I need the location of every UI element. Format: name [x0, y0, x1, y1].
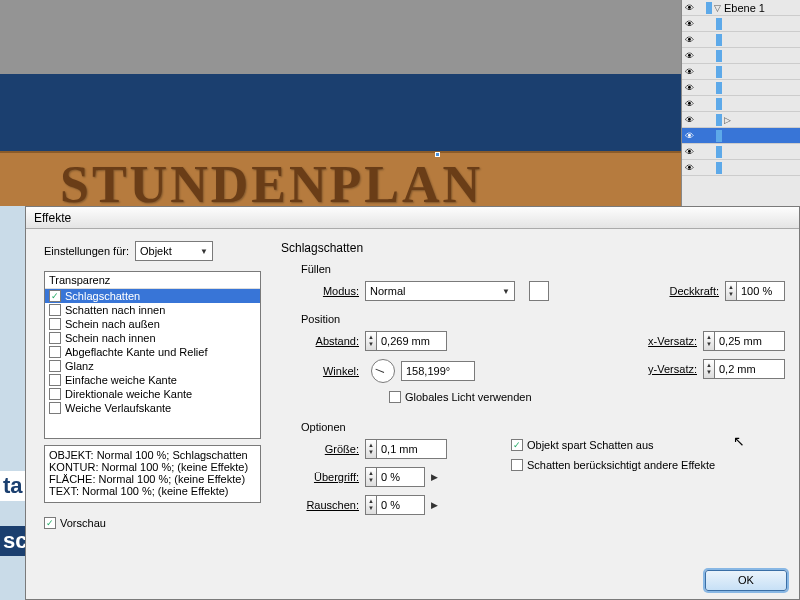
honors-checkbox[interactable]: [511, 459, 523, 471]
effect-item[interactable]: Glanz: [45, 359, 260, 373]
effect-checkbox[interactable]: ✓: [49, 290, 61, 302]
chevron-down-icon: ▼: [502, 287, 510, 296]
effect-item[interactable]: Schein nach innen: [45, 331, 260, 345]
visibility-eye-icon[interactable]: 👁: [682, 49, 696, 63]
angle-dial[interactable]: [371, 359, 395, 383]
spread-label: Übergriff:: [301, 471, 359, 483]
settings-for-value: Objekt: [140, 245, 172, 257]
layer-row[interactable]: 👁: [682, 16, 800, 32]
layer-color-chip: [716, 82, 722, 94]
xoffset-spinner[interactable]: ▲▼: [703, 331, 715, 351]
fill-group-label: Füllen: [301, 263, 789, 275]
visibility-eye-icon[interactable]: 👁: [682, 145, 696, 159]
effect-checkbox[interactable]: [49, 374, 61, 386]
effect-item[interactable]: Abgeflachte Kante und Relief: [45, 345, 260, 359]
effect-checkbox[interactable]: [49, 402, 61, 414]
ruler-side: ta sc: [0, 206, 25, 600]
layer-color-chip: [716, 18, 722, 30]
effect-label: Schein nach innen: [65, 332, 156, 344]
knockout-checkbox[interactable]: ✓: [511, 439, 523, 451]
visibility-eye-icon[interactable]: 👁: [682, 129, 696, 143]
shadow-color-swatch[interactable]: [529, 281, 549, 301]
effects-list[interactable]: Transparenz ✓SchlagschattenSchatten nach…: [44, 271, 261, 439]
effect-item[interactable]: Weiche Verlaufskante: [45, 401, 260, 415]
effect-checkbox[interactable]: [49, 360, 61, 372]
angle-input[interactable]: 158,199°: [401, 361, 475, 381]
distance-label: Abstand:: [301, 335, 359, 347]
visibility-eye-icon[interactable]: 👁: [682, 33, 696, 47]
layer-row[interactable]: 👁▷: [682, 112, 800, 128]
effect-label: Glanz: [65, 360, 94, 372]
effect-label: Direktionale weiche Kante: [65, 388, 192, 400]
layer-row[interactable]: 👁: [682, 160, 800, 176]
effect-label: Einfache weiche Kante: [65, 374, 177, 386]
effect-checkbox[interactable]: [49, 346, 61, 358]
yoffset-input[interactable]: 0,2 mm: [715, 359, 785, 379]
size-label: Größe:: [301, 443, 359, 455]
mode-value: Normal: [370, 285, 405, 297]
visibility-eye-icon[interactable]: 👁: [682, 65, 696, 79]
layer-row[interactable]: 👁: [682, 64, 800, 80]
effect-label: Weiche Verlaufskante: [65, 402, 171, 414]
effect-item[interactable]: Direktionale weiche Kante: [45, 387, 260, 401]
visibility-eye-icon[interactable]: 👁: [682, 17, 696, 31]
effect-item[interactable]: Einfache weiche Kante: [45, 373, 260, 387]
settings-for-combo[interactable]: Objekt ▼: [135, 241, 213, 261]
visibility-eye-icon[interactable]: 👁: [682, 161, 696, 175]
layer-color-chip: [716, 146, 722, 158]
effects-dialog: Effekte Einstellungen für: Objekt ▼ Tran…: [25, 206, 800, 600]
disclosure-arrow-icon[interactable]: ▷: [724, 115, 732, 125]
distance-spinner[interactable]: ▲▼: [365, 331, 377, 351]
layer-row[interactable]: 👁▽Ebene 1: [682, 0, 800, 16]
effects-summary: OBJEKT: Normal 100 %; SchlagschattenKONT…: [44, 445, 261, 503]
layer-row[interactable]: 👁: [682, 96, 800, 112]
layer-row[interactable]: 👁: [682, 80, 800, 96]
xoffset-input[interactable]: 0,25 mm: [715, 331, 785, 351]
settings-for-label: Einstellungen für:: [44, 245, 129, 257]
effect-checkbox[interactable]: [49, 318, 61, 330]
layer-row[interactable]: 👁: [682, 32, 800, 48]
opacity-input[interactable]: 100 %: [737, 281, 785, 301]
layer-row[interactable]: 👁: [682, 128, 800, 144]
size-spinner[interactable]: ▲▼: [365, 439, 377, 459]
size-input[interactable]: 0,1 mm: [377, 439, 447, 459]
disclosure-arrow-icon[interactable]: ▽: [714, 3, 722, 13]
effect-item[interactable]: Schatten nach innen: [45, 303, 260, 317]
visibility-eye-icon[interactable]: 👁: [682, 81, 696, 95]
spread-input[interactable]: 0 %: [377, 467, 425, 487]
effects-list-header: Transparenz: [45, 272, 260, 289]
side-fragment-ta: ta: [0, 471, 26, 501]
angle-label: Winkel:: [301, 365, 359, 377]
effect-item[interactable]: Schein nach außen: [45, 317, 260, 331]
layer-color-chip: [716, 162, 722, 174]
layer-label: Ebene 1: [722, 2, 800, 14]
visibility-eye-icon[interactable]: 👁: [682, 113, 696, 127]
effect-item[interactable]: ✓Schlagschatten: [45, 289, 260, 303]
selection-handle[interactable]: [435, 152, 440, 157]
opacity-label: Deckkraft:: [647, 285, 719, 297]
spread-slider-icon[interactable]: ▶: [431, 472, 438, 482]
layer-row[interactable]: 👁: [682, 48, 800, 64]
ok-button[interactable]: OK: [705, 570, 787, 591]
spread-spinner[interactable]: ▲▼: [365, 467, 377, 487]
layer-color-chip: [716, 50, 722, 62]
effect-checkbox[interactable]: [49, 304, 61, 316]
visibility-eye-icon[interactable]: 👁: [682, 1, 696, 15]
noise-input[interactable]: 0 %: [377, 495, 425, 515]
noise-spinner[interactable]: ▲▼: [365, 495, 377, 515]
yoffset-spinner[interactable]: ▲▼: [703, 359, 715, 379]
layer-row[interactable]: 👁: [682, 144, 800, 160]
noise-slider-icon[interactable]: ▶: [431, 500, 438, 510]
opacity-spinner[interactable]: ▲▼: [725, 281, 737, 301]
global-light-label: Globales Licht verwenden: [405, 391, 532, 403]
mode-combo[interactable]: Normal ▼: [365, 281, 515, 301]
visibility-eye-icon[interactable]: 👁: [682, 97, 696, 111]
noise-label: Rauschen:: [301, 499, 359, 511]
global-light-checkbox[interactable]: [389, 391, 401, 403]
distance-input[interactable]: 0,269 mm: [377, 331, 447, 351]
effect-checkbox[interactable]: [49, 332, 61, 344]
knockout-label: Objekt spart Schatten aus: [527, 439, 654, 451]
document-canvas: STUNDENPLAN: [0, 0, 681, 206]
preview-checkbox[interactable]: ✓: [44, 517, 56, 529]
effect-checkbox[interactable]: [49, 388, 61, 400]
